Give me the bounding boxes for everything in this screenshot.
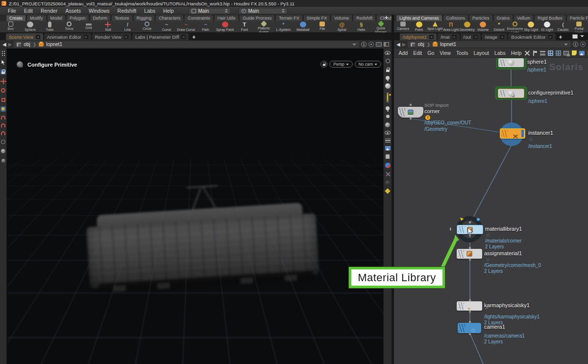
back-button[interactable]: ◀: [2, 42, 6, 47]
gem-display-icon[interactable]: [385, 188, 390, 194]
projection-selector[interactable]: Persp: [329, 61, 352, 68]
shelf-tool[interactable]: Portal Light: [571, 21, 587, 32]
pane-tab[interactable]: /mat ×: [438, 33, 459, 40]
shelf-tool[interactable]: ~ Curve Bezier: [157, 21, 176, 32]
grid-view-icon[interactable]: [548, 50, 554, 56]
shelf-tool[interactable]: Platonic Solids: [254, 21, 274, 32]
secure-selection-icon[interactable]: [0, 69, 6, 74]
path-breadcrumb[interactable]: obj ❯ lopnet1: [408, 41, 571, 48]
pane-tab[interactable]: /out ×: [461, 33, 481, 40]
panel-divider[interactable]: [392, 15, 394, 364]
view-pan-icon[interactable]: [0, 148, 6, 154]
node-flag-icon[interactable]: [529, 138, 533, 141]
shelf-tool[interactable]: Sky Light: [523, 21, 539, 32]
snap-grid-icon[interactable]: [1, 116, 5, 120]
shelf-tab[interactable]: Model: [47, 15, 66, 21]
shelf-tab[interactable]: Characters: [155, 15, 184, 21]
link-badge[interactable]: 1: [573, 42, 578, 47]
pane-tab[interactable]: /stage ×: [482, 33, 507, 40]
menu-item[interactable]: Help: [159, 7, 178, 15]
shelf-tab[interactable]: Simple FX: [303, 15, 331, 21]
viewport-canvas[interactable]: Configure Primitive Persp No cam: [7, 49, 383, 364]
shelf-tool[interactable]: * Distant Light: [491, 21, 507, 32]
display-icon[interactable]: [376, 42, 382, 47]
path-breadcrumb[interactable]: obj ❯ lopnet1: [14, 41, 359, 48]
shelf-tool[interactable]: Π Area Light: [443, 21, 459, 32]
shelf-tool[interactable]: Spot Light: [427, 21, 443, 32]
screenshot-icon[interactable]: [564, 50, 569, 56]
shelf-tab[interactable]: Texture: [111, 15, 133, 21]
pane-tab[interactable]: Labs | Parameter Diff ×: [132, 33, 189, 40]
scale-tool-icon[interactable]: [0, 97, 6, 102]
network-canvas[interactable]: Solaris: [394, 58, 588, 364]
menu-item[interactable]: Help: [508, 49, 524, 57]
tools-icon[interactable]: [524, 50, 530, 56]
rotate-tool-icon[interactable]: [0, 88, 6, 93]
lock-camera-icon[interactable]: [385, 67, 391, 73]
menu-item[interactable]: Windows: [85, 7, 114, 15]
shelf-tool[interactable]: Point Light: [411, 21, 427, 32]
menu-item[interactable]: Layout: [471, 49, 492, 57]
pane-tab[interactable]: Scene View ×: [6, 33, 43, 40]
node-body[interactable]: [458, 323, 481, 333]
path-dropdown-icon[interactable]: [564, 44, 568, 46]
shelf-tab[interactable]: Lights and Cameras: [396, 15, 442, 21]
shelf-tool[interactable]: Spray Paint: [215, 21, 235, 32]
grab-view-icon[interactable]: [385, 154, 391, 159]
shelf-tool[interactable]: ~ Path: [196, 21, 216, 32]
pane-menu-arrow-icon[interactable]: [580, 35, 584, 37]
close-tab-icon[interactable]: ×: [181, 35, 186, 39]
pane-tab[interactable]: Render View ×: [92, 33, 131, 40]
pane-tab[interactable]: Animation Editor ×: [44, 33, 91, 40]
shelf-tab[interactable]: Rigging: [133, 15, 155, 21]
radial-menu-selector[interactable]: Main: [239, 8, 288, 14]
split-pane-icon[interactable]: [384, 42, 389, 47]
scene-viewport[interactable]: Configure Primitive Persp No cam: [0, 49, 392, 364]
shelf-tool[interactable]: Camera: [395, 21, 411, 32]
sticky-note-icon[interactable]: [571, 50, 577, 56]
menu-item[interactable]: Edit: [411, 49, 425, 57]
shelf-tool[interactable]: * L-System: [274, 21, 294, 32]
menu-item[interactable]: Add: [396, 49, 411, 57]
shelf-tool[interactable]: Environment Light: [507, 21, 523, 32]
add-pane-tab-button[interactable]: +: [190, 35, 198, 40]
shelf-tool[interactable]: Tube: [40, 21, 60, 32]
shelf-tab[interactable]: Particles: [469, 15, 493, 21]
shelf-tool[interactable]: Grid: [79, 21, 98, 32]
shelf-tab[interactable]: Create: [6, 15, 26, 21]
shelf-tool[interactable]: Box: [1, 21, 21, 32]
menu-item[interactable]: Assets: [61, 7, 85, 15]
shading-mode-icon[interactable]: [385, 83, 391, 89]
node-body[interactable]: [500, 128, 525, 139]
menu-item[interactable]: File: [4, 7, 20, 15]
shelf-tool[interactable]: § Helix: [352, 21, 371, 32]
menu-item[interactable]: Tools: [453, 49, 471, 57]
shelf-tab[interactable]: Rigid Bodies: [534, 15, 566, 21]
forward-button[interactable]: ▶: [8, 42, 12, 47]
pose-tool-icon[interactable]: [0, 106, 6, 112]
headlight-icon[interactable]: [386, 76, 390, 80]
dark-material-icon[interactable]: [385, 180, 391, 186]
shelf-tool[interactable]: Quick Shapes: [371, 21, 391, 32]
shelf-tool[interactable]: ~ Draw Curve: [176, 21, 196, 32]
shelf-tab[interactable]: Guide Process: [239, 15, 275, 21]
menu-item[interactable]: Labs: [140, 7, 159, 15]
shelf-tab[interactable]: Hair Utils: [214, 15, 239, 21]
path-dropdown-icon[interactable]: [352, 44, 356, 46]
node-flag-icon[interactable]: [486, 258, 490, 262]
shelf-tab[interactable]: Volume: [331, 15, 352, 21]
close-tab-icon[interactable]: ×: [500, 35, 504, 39]
snap-primitive-icon[interactable]: [1, 131, 5, 135]
shelf-tool[interactable]: Null: [98, 21, 118, 32]
shelf-tool[interactable]: Volume Light: [475, 21, 491, 32]
close-tab-icon[interactable]: ×: [429, 35, 434, 39]
add-shelf-tab-button[interactable]: +: [382, 15, 391, 21]
shelf-tab[interactable]: Particle Fluids: [566, 15, 588, 21]
close-tab-icon[interactable]: ×: [124, 35, 128, 39]
list-view-icon[interactable]: [540, 50, 546, 56]
node-flag-icon[interactable]: [486, 234, 490, 237]
shelf-tool[interactable]: GI Light: [539, 21, 555, 32]
snap-point-icon[interactable]: [1, 123, 5, 127]
warning-badge-icon[interactable]: !: [425, 115, 430, 120]
shelf-tab[interactable]: Terrain FX: [275, 15, 303, 21]
